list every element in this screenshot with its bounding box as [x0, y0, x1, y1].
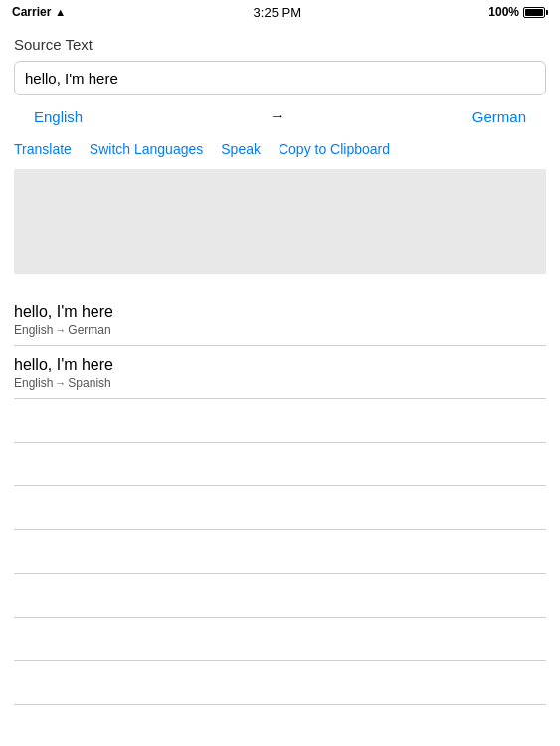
- list-item: [14, 399, 546, 443]
- list-item: [14, 618, 546, 661]
- list-item[interactable]: hello, I'm here English → Spanish: [14, 346, 546, 399]
- list-item[interactable]: hello, I'm here English → German: [14, 293, 546, 346]
- list-item: [14, 443, 546, 486]
- source-label: Source Text: [14, 36, 546, 53]
- target-language[interactable]: German: [472, 108, 526, 125]
- speak-button[interactable]: Speak: [221, 137, 261, 161]
- status-left: Carrier ▲: [12, 5, 66, 19]
- history-source-lang: English: [14, 323, 53, 337]
- main-content: Source Text English → German Translate S…: [0, 24, 560, 746]
- copy-to-clipboard-button[interactable]: Copy to Clipboard: [279, 137, 390, 161]
- action-bar: Translate Switch Languages Speak Copy to…: [14, 133, 546, 169]
- history-item-langs: English → German: [14, 323, 546, 337]
- source-input[interactable]: [14, 61, 546, 95]
- status-bar: Carrier ▲ 3:25 PM 100%: [0, 0, 560, 24]
- list-item: [14, 705, 546, 746]
- history-source-lang: English: [14, 376, 53, 390]
- language-arrow: →: [270, 107, 285, 125]
- source-language[interactable]: English: [34, 108, 83, 125]
- wifi-icon: ▲: [55, 6, 66, 18]
- history-item-text: hello, I'm here: [14, 356, 546, 374]
- list-item: [14, 530, 546, 574]
- history-target-lang: Spanish: [68, 376, 110, 390]
- history-item-text: hello, I'm here: [14, 303, 546, 321]
- carrier-label: Carrier: [12, 5, 51, 19]
- history-arrow: →: [55, 324, 66, 336]
- divider-space: [14, 274, 546, 293]
- status-right: 100%: [488, 5, 548, 19]
- history-arrow: →: [55, 377, 66, 389]
- list-item: [14, 486, 546, 530]
- translation-output: [14, 169, 546, 274]
- translate-button[interactable]: Translate: [14, 137, 72, 161]
- list-item: [14, 661, 546, 705]
- history-list: hello, I'm here English → German hello, …: [14, 293, 546, 746]
- language-bar: English → German: [14, 99, 546, 133]
- battery-icon: [523, 7, 548, 18]
- history-target-lang: German: [68, 323, 110, 337]
- switch-languages-button[interactable]: Switch Languages: [90, 137, 203, 161]
- list-item: [14, 574, 546, 618]
- status-time: 3:25 PM: [254, 5, 301, 20]
- battery-percent: 100%: [488, 5, 519, 19]
- history-item-langs: English → Spanish: [14, 376, 546, 390]
